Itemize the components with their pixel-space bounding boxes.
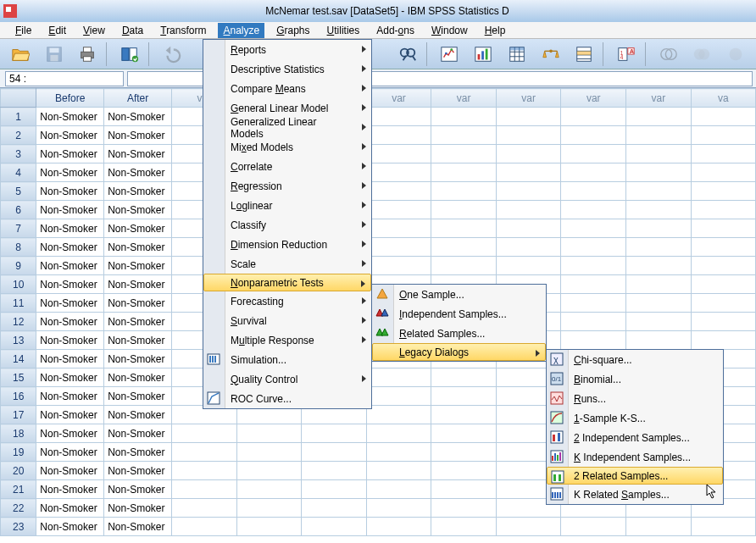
data-cell[interactable] <box>626 313 692 331</box>
data-cell[interactable] <box>431 368 497 387</box>
data-cell[interactable] <box>171 462 236 480</box>
data-cell[interactable] <box>236 462 302 480</box>
data-cell[interactable] <box>302 518 367 536</box>
data-cell[interactable] <box>691 294 755 313</box>
data-cell[interactable] <box>236 480 302 499</box>
data-cell[interactable] <box>561 219 626 238</box>
data-cell[interactable] <box>626 145 692 163</box>
data-cell[interactable] <box>236 518 302 536</box>
row-header[interactable]: 16 <box>1 387 36 406</box>
print-button[interactable] <box>72 42 103 67</box>
row-header[interactable]: 23 <box>1 518 36 536</box>
row-header[interactable]: 17 <box>1 406 36 424</box>
data-cell[interactable] <box>626 163 692 182</box>
data-cell[interactable] <box>691 182 755 201</box>
data-cell[interactable] <box>431 219 497 238</box>
data-cell[interactable]: Non-Smoker <box>36 219 104 238</box>
value-labels-button[interactable]: 14A <box>611 42 642 67</box>
data-cell[interactable] <box>236 499 302 518</box>
column-header[interactable]: var <box>431 89 497 108</box>
row-header[interactable]: 21 <box>1 480 36 499</box>
row-header[interactable]: 6 <box>1 201 36 219</box>
legacy-runs[interactable]: Runs... <box>547 389 723 408</box>
data-cell[interactable] <box>302 424 367 443</box>
data-cell[interactable] <box>691 108 755 126</box>
data-cell[interactable] <box>366 108 431 126</box>
nonparam-legacy-dialogs[interactable]: Legacy Dialogs <box>372 343 546 361</box>
data-cell[interactable]: Non-Smoker <box>104 163 172 182</box>
data-cell[interactable]: Non-Smoker <box>36 163 104 182</box>
data-cell[interactable] <box>366 238 431 257</box>
legacy-1-sample-k-s[interactable]: 1-Sample K-S... <box>547 408 723 428</box>
data-cell[interactable]: Non-Smoker <box>104 275 172 294</box>
data-cell[interactable] <box>691 257 755 275</box>
column-header[interactable]: After <box>104 89 172 108</box>
data-cell[interactable]: Non-Smoker <box>36 182 104 201</box>
analyze-classify[interactable]: Classify <box>203 215 371 235</box>
data-cell[interactable] <box>626 126 692 145</box>
chart-button-1[interactable] <box>434 42 464 67</box>
data-cell[interactable] <box>496 257 561 275</box>
data-cell[interactable] <box>366 145 431 163</box>
data-cell[interactable]: Non-Smoker <box>36 275 104 294</box>
data-cell[interactable] <box>431 182 497 201</box>
row-header[interactable]: 14 <box>1 350 36 368</box>
data-cell[interactable]: Non-Smoker <box>104 238 172 257</box>
data-cell[interactable]: Non-Smoker <box>36 313 104 331</box>
data-cell[interactable]: Non-Smoker <box>104 126 172 145</box>
data-cell[interactable] <box>626 238 692 257</box>
weight-button[interactable] <box>536 42 566 67</box>
column-header[interactable]: var <box>366 89 431 108</box>
analyze-mixed-models[interactable]: Mixed Models <box>203 137 371 157</box>
data-cell[interactable] <box>626 331 692 350</box>
open-button[interactable] <box>5 42 36 67</box>
analyze-nonparametric-tests[interactable]: Nonparametric Tests <box>203 274 371 291</box>
analyze-reports[interactable]: Reports <box>203 40 371 59</box>
data-cell[interactable] <box>431 108 497 126</box>
row-header[interactable]: 10 <box>1 275 36 294</box>
data-cell[interactable]: Non-Smoker <box>104 443 172 462</box>
legacy-binomial[interactable]: 0/1Binomial... <box>547 369 723 389</box>
data-cell[interactable]: Non-Smoker <box>104 368 172 387</box>
nonparam-related-samples[interactable]: Related Samples... <box>372 324 546 343</box>
data-cell[interactable]: Non-Smoker <box>104 257 172 275</box>
data-cell[interactable]: Non-Smoker <box>104 350 172 368</box>
data-cell[interactable] <box>366 518 431 536</box>
data-cell[interactable] <box>431 480 497 499</box>
data-cell[interactable] <box>366 424 431 443</box>
menu-utilities[interactable]: Utilities <box>322 23 365 38</box>
analyze-scale[interactable]: Scale <box>203 254 371 274</box>
legacy-2-independent-samples[interactable]: 2 Independent Samples... <box>547 428 723 447</box>
grid-corner[interactable] <box>1 89 36 108</box>
data-cell[interactable]: Non-Smoker <box>36 238 104 257</box>
data-cell[interactable]: Non-Smoker <box>104 406 172 424</box>
row-header[interactable]: 20 <box>1 462 36 480</box>
data-cell[interactable] <box>561 257 626 275</box>
data-cell[interactable]: Non-Smoker <box>36 387 104 406</box>
data-cell[interactable] <box>431 499 497 518</box>
data-cell[interactable]: Non-Smoker <box>36 257 104 275</box>
data-cell[interactable]: Non-Smoker <box>36 350 104 368</box>
data-cell[interactable] <box>431 238 497 257</box>
data-cell[interactable] <box>691 518 755 536</box>
data-cell[interactable] <box>561 313 626 331</box>
save-button[interactable] <box>39 42 69 67</box>
data-cell[interactable] <box>626 275 692 294</box>
data-cell[interactable] <box>366 201 431 219</box>
recall-dialog-button[interactable] <box>114 42 145 67</box>
data-cell[interactable] <box>691 126 755 145</box>
data-cell[interactable] <box>496 145 561 163</box>
data-cell[interactable] <box>561 275 626 294</box>
grid-button[interactable] <box>502 42 532 67</box>
menu-window[interactable]: Window <box>426 23 473 38</box>
column-header[interactable]: va <box>691 89 755 108</box>
analyze-quality-control[interactable]: Quality Control <box>203 369 371 389</box>
data-cell[interactable]: Non-Smoker <box>36 126 104 145</box>
data-cell[interactable] <box>561 163 626 182</box>
data-cell[interactable] <box>431 443 497 462</box>
legacy-2-related-samples[interactable]: 2 Related Samples... <box>547 467 723 485</box>
data-cell[interactable] <box>496 163 561 182</box>
sets-button-3[interactable] <box>720 42 751 67</box>
analyze-loglinear[interactable]: Loglinear <box>203 196 371 215</box>
data-cell[interactable] <box>691 201 755 219</box>
